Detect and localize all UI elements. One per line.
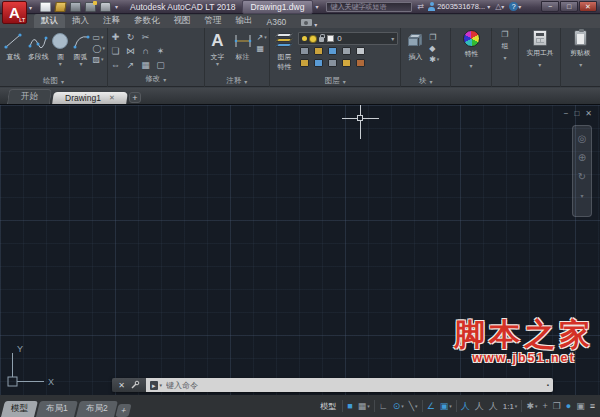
groups-button[interactable]: ❐ 组 xyxy=(492,28,518,51)
properties-button[interactable]: 特性 xyxy=(451,28,491,59)
draw-panel-label[interactable]: 绘图▾ xyxy=(0,75,107,87)
tab-output[interactable]: 输出 xyxy=(229,14,260,28)
fillet-icon[interactable]: ∩ xyxy=(138,45,153,59)
account-area[interactable]: 2603531678... ▾ xyxy=(428,2,490,11)
edit-attrib-icon[interactable]: ❐ xyxy=(429,33,439,42)
object-snap-icon[interactable]: ▣ xyxy=(440,401,449,411)
annotate-panel-label[interactable]: 注释▾ xyxy=(205,75,270,87)
search-exchange-icon[interactable]: ⇄ xyxy=(417,2,424,12)
polyline-tool[interactable]: 多段线 xyxy=(27,30,50,62)
help-dropdown-icon[interactable]: ▾ xyxy=(518,3,521,10)
rectangle-icon[interactable]: ▭▾ xyxy=(93,33,105,42)
isodraft-icon[interactable]: ╲ xyxy=(409,401,414,411)
osnap-tracking-icon[interactable]: ∠ xyxy=(427,401,435,411)
table-icon[interactable]: ▦ xyxy=(257,44,267,53)
qat-customize-dropdown[interactable]: ▾ xyxy=(115,3,118,10)
autoscale-icon[interactable]: 人 xyxy=(475,401,484,411)
open-file-icon[interactable] xyxy=(54,2,66,12)
pan-icon[interactable]: ◎ xyxy=(578,134,587,144)
text-tool[interactable]: A 文字 ▾ xyxy=(207,30,229,67)
layer-tool-icon[interactable] xyxy=(300,47,309,55)
tab-view[interactable]: 视图 xyxy=(167,14,198,28)
layer-tool-icon[interactable] xyxy=(356,47,365,55)
model-tab[interactable]: 模型 xyxy=(1,401,38,417)
layer-tool-icon[interactable] xyxy=(328,59,337,67)
layers-panel-label[interactable]: 图层▾ xyxy=(270,75,400,87)
ortho-mode-icon[interactable]: ∟ xyxy=(379,401,388,411)
save-as-icon[interactable] xyxy=(85,2,96,12)
leader-icon[interactable]: ↗▾ xyxy=(257,33,267,42)
tab-parametric[interactable]: 参数化 xyxy=(127,14,167,28)
tab-insert[interactable]: 插入 xyxy=(65,14,96,28)
featured-apps-icon[interactable] xyxy=(301,19,312,26)
customization-menu-icon[interactable]: ≡ xyxy=(590,401,595,411)
command-input-area[interactable]: ▸ ▾ ▪ xyxy=(146,378,553,392)
snap-mode-icon[interactable]: ▦ xyxy=(358,401,367,411)
orbit-icon[interactable]: ↻ xyxy=(578,172,586,182)
offset-icon[interactable]: ▢ xyxy=(153,59,168,73)
recent-commands-dropdown-icon[interactable]: ▾ xyxy=(160,382,163,388)
block-panel-label[interactable]: 块▾ xyxy=(401,75,450,87)
erase-icon[interactable] xyxy=(153,31,168,45)
search-input[interactable] xyxy=(326,2,412,12)
zoom-extents-icon[interactable]: ⊕ xyxy=(578,153,586,163)
properties-panel-label[interactable]: ▾ xyxy=(451,59,491,71)
autocad-logo[interactable]: A LT xyxy=(2,1,27,24)
utilities-button[interactable]: 实用工具 xyxy=(519,28,560,58)
hardware-accel-icon[interactable]: ● xyxy=(566,401,571,411)
navbar-dropdown-icon[interactable]: ▾ xyxy=(580,191,583,201)
layer-tool-icon[interactable] xyxy=(356,59,365,67)
create-block-icon[interactable]: ◆ xyxy=(429,44,439,53)
close-button[interactable]: ✕ xyxy=(579,1,597,12)
drawing-minimize-icon[interactable]: − xyxy=(564,110,569,118)
account-dropdown-icon[interactable]: ▾ xyxy=(487,3,490,10)
dimension-tool[interactable]: 标注 xyxy=(231,30,255,62)
text-dropdown-icon[interactable]: ▾ xyxy=(216,62,219,67)
stretch-icon[interactable]: ⇔ xyxy=(108,59,123,73)
model-space-button[interactable]: 模型 xyxy=(316,399,340,414)
tab-close-icon[interactable]: ✕ xyxy=(109,94,115,102)
tab-a360[interactable]: A360 xyxy=(260,16,294,28)
new-drawing-tab-button[interactable]: + xyxy=(129,92,141,103)
tab-home[interactable]: 默认 xyxy=(34,14,65,28)
rotate-icon[interactable]: ↻ xyxy=(123,31,138,45)
annotation-monitor-icon[interactable]: + xyxy=(542,401,547,411)
array-icon[interactable]: ▦ xyxy=(138,59,153,73)
save-icon[interactable] xyxy=(70,2,81,12)
minimize-button[interactable]: − xyxy=(541,1,559,12)
copy-icon[interactable]: ❏ xyxy=(108,45,123,59)
new-layout-button[interactable]: + xyxy=(116,404,132,417)
drawing1-tab[interactable]: Drawing1 ✕ xyxy=(52,92,127,104)
explode-icon[interactable]: ✶ xyxy=(153,45,168,59)
polar-tracking-icon[interactable]: ⊙ xyxy=(393,401,401,411)
grid-display-icon[interactable]: ■ xyxy=(347,401,352,411)
layer-tool-icon[interactable] xyxy=(342,59,351,67)
move-icon[interactable]: ✚ xyxy=(108,31,123,45)
new-file-icon[interactable] xyxy=(40,2,51,12)
layer-properties-tool[interactable]: 图层 特性 xyxy=(272,30,296,72)
clipboard-button[interactable]: 剪贴板 xyxy=(561,28,600,58)
groups-panel-label[interactable]: ▾ xyxy=(492,51,518,63)
command-close-icon[interactable]: ✕ xyxy=(118,381,125,390)
navigation-bar[interactable]: ◎ ⊕ ↻ ▾ xyxy=(572,125,592,217)
layer-tool-icon[interactable] xyxy=(300,59,309,67)
modify-panel-label[interactable]: 修改▾ xyxy=(108,73,204,85)
maximize-button[interactable]: □ xyxy=(560,1,578,12)
layer-tool-icon[interactable] xyxy=(314,47,323,55)
utilities-panel-label[interactable]: ▾ xyxy=(519,58,560,70)
insert-block-tool[interactable]: 插入 xyxy=(403,30,427,62)
plot-icon[interactable] xyxy=(100,2,111,12)
arc-tool[interactable]: 圆弧 ▾ xyxy=(71,30,90,67)
line-tool[interactable]: 直线 xyxy=(2,30,25,62)
workspace-icon[interactable]: ✱ xyxy=(526,401,534,411)
layout1-tab[interactable]: 布局1 xyxy=(36,401,78,417)
start-tab[interactable]: 开始 xyxy=(7,89,52,104)
trim-icon[interactable]: ✂ xyxy=(138,31,153,45)
mirror-icon[interactable]: ⋈ xyxy=(123,45,138,59)
tab-annotate[interactable]: 注释 xyxy=(96,14,127,28)
annotation-scale-value[interactable]: 1:1 xyxy=(503,402,514,411)
app-menu-dropdown-icon[interactable]: ▾ xyxy=(29,4,32,11)
layer-tool-icon[interactable] xyxy=(328,47,337,55)
command-input[interactable] xyxy=(164,380,545,391)
define-attrib-icon[interactable]: ✱▾ xyxy=(429,55,439,64)
